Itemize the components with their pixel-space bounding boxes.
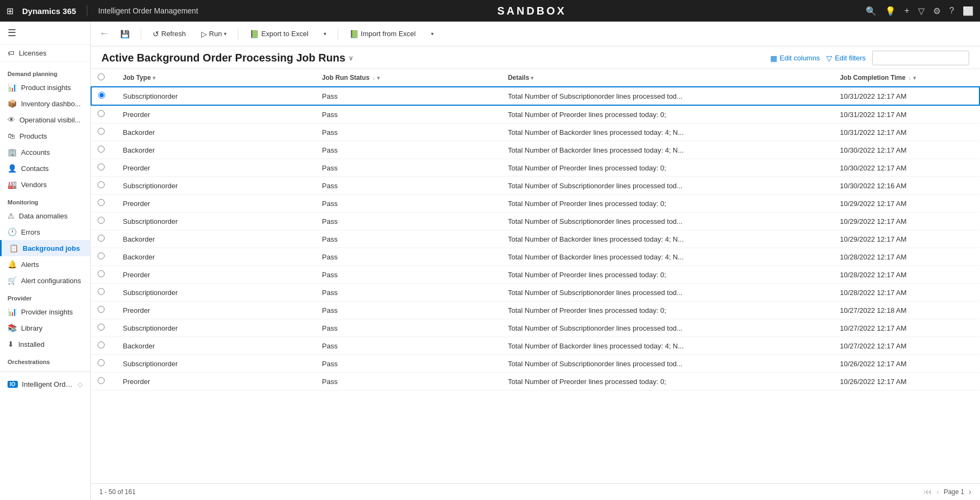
details-column-header[interactable]: Details ▾: [502, 69, 833, 87]
import-dropdown-button[interactable]: ▾: [425, 28, 440, 40]
sidebar-item-products[interactable]: 🛍 Products: [0, 128, 90, 144]
select-all-checkbox[interactable]: [98, 73, 105, 80]
section-monitoring: Monitoring: [0, 193, 90, 208]
table-row[interactable]: Backorder Pass Total Number of Backorder…: [91, 141, 979, 159]
edit-filters-link[interactable]: ▽ Edit filters: [826, 54, 866, 63]
job-status-cell: Pass: [316, 124, 502, 141]
job-run-status-column-header[interactable]: Job Run Status ↓ ▾: [316, 69, 502, 87]
job-status-filter[interactable]: ▾: [377, 75, 380, 81]
table-row[interactable]: Subscriptionorder Pass Total Number of S…: [91, 284, 979, 302]
table-row[interactable]: Subscriptionorder Pass Total Number of S…: [91, 355, 979, 373]
table-row[interactable]: Preorder Pass Total Number of Preorder l…: [91, 302, 979, 319]
row-checkbox[interactable]: [98, 252, 105, 259]
sidebar-item-contacts[interactable]: 👤 Contacts: [0, 160, 90, 176]
row-checkbox[interactable]: [98, 341, 105, 348]
job-completion-time-column-header[interactable]: Job Completion Time ↓ ▾: [833, 69, 979, 87]
licenses-label: Licenses: [19, 49, 46, 57]
row-checkbox[interactable]: [98, 217, 105, 224]
sidebar-item-product-insights[interactable]: 📊 Product insights: [0, 79, 90, 95]
sidebar-item-installed[interactable]: ⬇ Installed: [0, 336, 90, 352]
details-cell: Total Number of Preorder lines processed…: [502, 266, 833, 284]
app-name-label: Intelligent Order Management: [98, 6, 198, 15]
table-row[interactable]: Preorder Pass Total Number of Preorder l…: [91, 373, 979, 391]
back-button[interactable]: ←: [99, 28, 109, 39]
sidebar-item-licenses[interactable]: 🏷 Licenses: [0, 45, 90, 62]
save-button[interactable]: 💾: [114, 26, 135, 42]
next-page-button[interactable]: ›: [969, 487, 971, 497]
run-button[interactable]: ▷ Run ▾: [195, 26, 233, 42]
table-row[interactable]: Subscriptionorder Pass Total Number of S…: [91, 177, 979, 195]
job-type-filter[interactable]: ▾: [153, 75, 155, 81]
table-row[interactable]: Subscriptionorder Pass Total Number of S…: [91, 213, 979, 230]
search-input[interactable]: [872, 51, 969, 65]
refresh-button[interactable]: ↺ Refresh: [147, 26, 192, 42]
row-checkbox[interactable]: [98, 92, 105, 99]
row-checkbox[interactable]: [98, 324, 105, 331]
sidebar-item-operational-visibility[interactable]: 👁 Operational visibil...: [0, 112, 90, 128]
sidebar-item-accounts[interactable]: 🏢 Accounts: [0, 144, 90, 160]
sidebar-item-data-anomalies[interactable]: ⚠ Data anomalies: [0, 208, 90, 224]
table-row[interactable]: Preorder Pass Total Number of Preorder l…: [91, 266, 979, 284]
search-icon[interactable]: 🔍: [866, 6, 876, 16]
row-checkbox[interactable]: [98, 128, 105, 135]
add-icon[interactable]: +: [904, 6, 909, 16]
row-checkbox[interactable]: [98, 306, 105, 313]
settings-icon[interactable]: ⚙: [933, 6, 941, 16]
help-icon[interactable]: ?: [949, 6, 954, 16]
run-dropdown-arrow[interactable]: ▾: [224, 31, 227, 37]
hamburger-menu[interactable]: ☰: [0, 22, 90, 45]
table-row[interactable]: Backorder Pass Total Number of Backorder…: [91, 124, 979, 141]
sidebar-bottom-item-io[interactable]: IO Intelligent Order ... ◇: [0, 376, 90, 392]
table-row[interactable]: Subscriptionorder Pass Total Number of S…: [91, 319, 979, 337]
table-row[interactable]: Preorder Pass Total Number of Preorder l…: [91, 159, 979, 177]
edit-columns-link[interactable]: ▦ Edit columns: [770, 54, 820, 63]
vendors-icon: 🏭: [8, 180, 17, 189]
table-row[interactable]: Backorder Pass Total Number of Backorder…: [91, 337, 979, 355]
first-page-button[interactable]: ⏮: [923, 487, 932, 497]
export-dropdown-button[interactable]: ▾: [318, 28, 332, 40]
prev-page-button[interactable]: ‹: [936, 487, 939, 497]
table-row[interactable]: Subscriptionorder Pass Total Number of S…: [91, 87, 979, 105]
grid-menu-button[interactable]: ⊞: [6, 6, 13, 16]
table-row[interactable]: Backorder Pass Total Number of Backorder…: [91, 248, 979, 266]
row-checkbox[interactable]: [98, 163, 105, 170]
table-row[interactable]: Preorder Pass Total Number of Preorder l…: [91, 195, 979, 213]
export-button[interactable]: 📗 Export to Excel: [244, 26, 314, 42]
row-checkbox[interactable]: [98, 110, 105, 117]
sidebar-item-alerts[interactable]: 🔔 Alerts: [0, 256, 90, 272]
lightbulb-icon[interactable]: 💡: [885, 6, 896, 16]
content-area: ← 💾 ↺ Refresh ▷ Run ▾ 📗 Export to Excel …: [91, 22, 980, 500]
job-type-column-header[interactable]: Job Type ▾: [116, 69, 316, 87]
sidebar-item-background-jobs[interactable]: 📋 Background jobs: [0, 240, 90, 256]
filter-icon[interactable]: ▽: [918, 6, 924, 16]
row-checkbox[interactable]: [98, 199, 105, 206]
page-title-chevron[interactable]: ∨: [348, 54, 353, 62]
remote-icon[interactable]: ⬜: [963, 6, 974, 16]
row-checkbox[interactable]: [98, 181, 105, 188]
sidebar-item-provider-insights[interactable]: 📊 Provider insights: [0, 304, 90, 320]
table-row[interactable]: Backorder Pass Total Number of Backorder…: [91, 230, 979, 248]
table-row[interactable]: Preorder Pass Total Number of Preorder l…: [91, 105, 979, 124]
sidebar-item-inventory-dashboard[interactable]: 📦 Inventory dashbo...: [0, 95, 90, 112]
row-checkbox[interactable]: [98, 377, 105, 384]
job-type-cell: Subscriptionorder: [116, 319, 316, 337]
job-status-cell: Pass: [316, 87, 502, 105]
job-type-cell: Preorder: [116, 373, 316, 391]
row-checkbox[interactable]: [98, 270, 105, 277]
row-checkbox[interactable]: [98, 359, 105, 366]
import-button[interactable]: 📗 Import from Excel: [344, 26, 422, 42]
details-filter[interactable]: ▾: [531, 75, 533, 81]
time-filter[interactable]: ▾: [913, 75, 916, 81]
row-checkbox[interactable]: [98, 288, 105, 295]
sidebar-item-errors[interactable]: 🕐 Errors: [0, 224, 90, 240]
row-checkbox[interactable]: [98, 146, 105, 153]
sidebar-item-library[interactable]: 📚 Library: [0, 320, 90, 336]
job-type-cell: Preorder: [116, 105, 316, 124]
row-checkbox[interactable]: [98, 235, 105, 242]
job-status-cell: Pass: [316, 230, 502, 248]
details-cell: Total Number of Preorder lines processed…: [502, 105, 833, 124]
sidebar-item-vendors[interactable]: 🏭 Vendors: [0, 176, 90, 193]
alert-config-icon: 🛒: [8, 276, 17, 285]
sidebar-item-alert-configurations[interactable]: 🛒 Alert configurations: [0, 272, 90, 289]
completion-time-cell: 10/27/2022 12:18 AM: [833, 302, 979, 319]
